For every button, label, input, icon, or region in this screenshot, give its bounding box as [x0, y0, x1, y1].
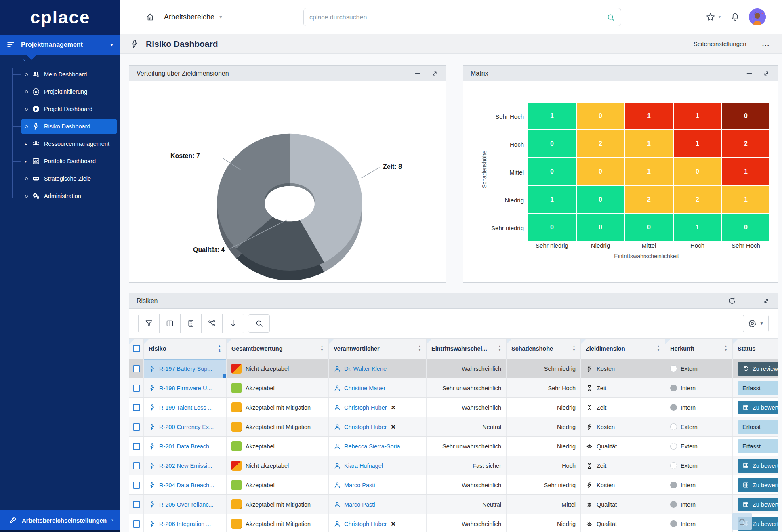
row-checkbox[interactable]	[129, 417, 144, 436]
sort-button[interactable]	[223, 314, 244, 333]
sidebar-item-projekt-dashboard[interactable]: Projekt Dashboard	[21, 101, 117, 117]
user-avatar[interactable]	[749, 8, 766, 25]
table-row[interactable]: R-206 Integration ... Akzeptabel mit Mit…	[129, 514, 778, 532]
row-checkbox[interactable]	[129, 495, 144, 514]
table-search-button[interactable]	[248, 314, 270, 333]
matrix-cell[interactable]: 0	[577, 158, 624, 185]
matrix-cell[interactable]: 1	[674, 214, 721, 241]
matrix-cell[interactable]: 0	[528, 130, 576, 157]
owner-link[interactable]: Marco Pasti	[344, 501, 375, 508]
sidebar-item-mein-dashboard[interactable]: Mein Dashboard	[21, 67, 117, 82]
status-badge[interactable]: Erfasst	[738, 381, 778, 395]
sort-asc-indicator[interactable]: ▲1	[218, 345, 221, 353]
column-header-herkunft[interactable]: Herkunft▲▼	[665, 339, 733, 359]
sort-icon[interactable]: ▲▼	[572, 345, 576, 352]
minimize-icon[interactable]	[745, 69, 753, 78]
table-settings-button[interactable]: ▼	[743, 315, 769, 332]
chevron-down-icon[interactable]: ▼	[219, 15, 223, 19]
risk-link[interactable]: R-206 Integration ...	[159, 521, 211, 527]
hierarchy-button[interactable]	[202, 314, 223, 333]
table-row[interactable]: R-197 Battery Sup... Nicht akzeptabel Dr…	[129, 359, 778, 378]
owner-link[interactable]: Christine Mauer	[344, 385, 385, 391]
home-icon[interactable]	[145, 12, 155, 22]
matrix-cell[interactable]: 1	[625, 158, 673, 185]
matrix-cell[interactable]: 1	[674, 130, 721, 157]
table-row[interactable]: R-205 Over-relianc... Akzeptabel mit Mit…	[129, 495, 778, 514]
expand-icon[interactable]	[762, 297, 770, 305]
row-checkbox[interactable]	[129, 398, 144, 417]
matrix-cell[interactable]: 1	[625, 130, 673, 157]
sort-icon[interactable]: ▲▼	[320, 345, 324, 352]
matrix-cell[interactable]: 2	[625, 186, 673, 213]
tree-collapse-icon[interactable]: ⌄	[23, 57, 26, 62]
row-checkbox[interactable]	[129, 359, 144, 378]
owner-link[interactable]: Marco Pasti	[344, 482, 375, 488]
column-header-gesamtbewertung[interactable]: Gesamtbewertung▲▼	[227, 339, 329, 359]
status-badge[interactable]: Zu bewerten	[738, 478, 778, 492]
sort-icon[interactable]: ▲▼	[657, 345, 660, 352]
select-all-checkbox[interactable]	[129, 339, 144, 359]
owner-link[interactable]: Christoph Huber	[344, 404, 387, 411]
row-checkbox[interactable]	[129, 437, 144, 456]
risk-link[interactable]: R-202 New Emissi...	[159, 463, 212, 469]
filter-button[interactable]	[139, 314, 160, 333]
status-badge[interactable]: Zu reviewen	[738, 362, 778, 376]
sidebar-item-portfolio-dashboard[interactable]: ▸ Portfolio Dashboard	[21, 154, 117, 169]
search-input[interactable]	[309, 14, 606, 21]
row-checkbox[interactable]	[129, 475, 144, 494]
risk-link[interactable]: R-204 Data Breach...	[159, 482, 214, 488]
workspaces-menu[interactable]: Arbeitsbereiche	[164, 13, 214, 21]
matrix-cell[interactable]: 2	[722, 130, 769, 157]
matrix-cell[interactable]: 0	[625, 214, 673, 241]
row-checkbox[interactable]	[129, 378, 144, 397]
columns-button[interactable]	[160, 314, 181, 333]
column-header-risiko[interactable]: Risiko ▲1	[144, 339, 227, 359]
risk-link[interactable]: R-199 Talent Loss ...	[159, 404, 213, 411]
sidebar-item-projektinitiierung[interactable]: Projektinitiierung	[21, 84, 117, 99]
chevron-down-icon[interactable]: ▼	[718, 15, 721, 19]
table-row[interactable]: R-200 Currency Ex... Akzeptabel mit Miti…	[129, 417, 778, 437]
workspace-settings-button[interactable]: Arbeitsbereichseinstellungen ›	[0, 510, 120, 530]
table-row[interactable]: R-199 Talent Loss ... Akzeptabel mit Mit…	[129, 398, 778, 417]
owner-link[interactable]: Kiara Hufnagel	[344, 463, 383, 469]
sidebar-item-risiko-dashboard[interactable]: Risiko Dashboard	[21, 119, 117, 134]
sort-icon[interactable]: ▲▼	[418, 345, 421, 352]
risk-link[interactable]: R-201 Data Breach...	[159, 443, 214, 450]
expand-caret-icon[interactable]: ▸	[25, 159, 28, 164]
workspace-caret-icon[interactable]: ▼	[109, 42, 114, 47]
risk-link[interactable]: R-205 Over-relianc...	[159, 501, 214, 508]
workspace-header[interactable]: Projektmanagement ▼	[0, 35, 120, 55]
column-header-zieldimension[interactable]: Zieldimension▲▼	[581, 339, 665, 359]
matrix-cell[interactable]: 0	[577, 103, 624, 129]
remove-icon[interactable]: ✕	[391, 404, 396, 411]
matrix-cell[interactable]: 0	[722, 103, 769, 129]
matrix-cell[interactable]: 1	[722, 186, 769, 213]
column-header-verantwortlicher[interactable]: Verantwortlicher▲▼	[329, 339, 427, 359]
risk-link[interactable]: R-198 Firmware U...	[159, 385, 212, 391]
more-options-button[interactable]: ...	[760, 40, 772, 48]
risk-link[interactable]: R-197 Battery Sup...	[159, 366, 212, 372]
sort-icon[interactable]: ▲▼	[724, 345, 727, 352]
matrix-cell[interactable]: 1	[722, 158, 769, 185]
scroll-top-button[interactable]	[732, 513, 752, 530]
matrix-cell[interactable]: 1	[625, 103, 673, 129]
matrix-cell[interactable]: 0	[528, 158, 576, 185]
matrix-cell[interactable]: 2	[674, 186, 721, 213]
row-checkbox[interactable]	[129, 456, 144, 475]
status-badge[interactable]: Zu bewerten	[738, 459, 778, 473]
calculate-button[interactable]	[181, 314, 202, 333]
status-badge[interactable]: Erfasst	[738, 420, 778, 434]
owner-link[interactable]: Dr. Walter Klene	[344, 366, 387, 372]
status-badge[interactable]: Zu bewerten	[738, 498, 778, 511]
status-badge[interactable]: Zu bewerten	[738, 401, 778, 414]
notifications-bell-icon[interactable]	[730, 12, 740, 22]
matrix-cell[interactable]: 0	[722, 214, 769, 241]
owner-link[interactable]: Rebecca Sierra-Soria	[344, 443, 400, 450]
selection-handle[interactable]	[223, 374, 226, 378]
column-header-status[interactable]: Status	[733, 339, 778, 359]
column-header-schadenshoehe[interactable]: Schadenshöhe▲▼	[507, 339, 581, 359]
matrix-cell[interactable]: 0	[528, 214, 576, 241]
risk-link[interactable]: R-200 Currency Ex...	[159, 424, 214, 430]
minimize-icon[interactable]	[414, 69, 422, 78]
column-header-eintrittswahrscheinlichkeit[interactable]: Eintrittswahrschei...▲▼	[427, 339, 507, 359]
